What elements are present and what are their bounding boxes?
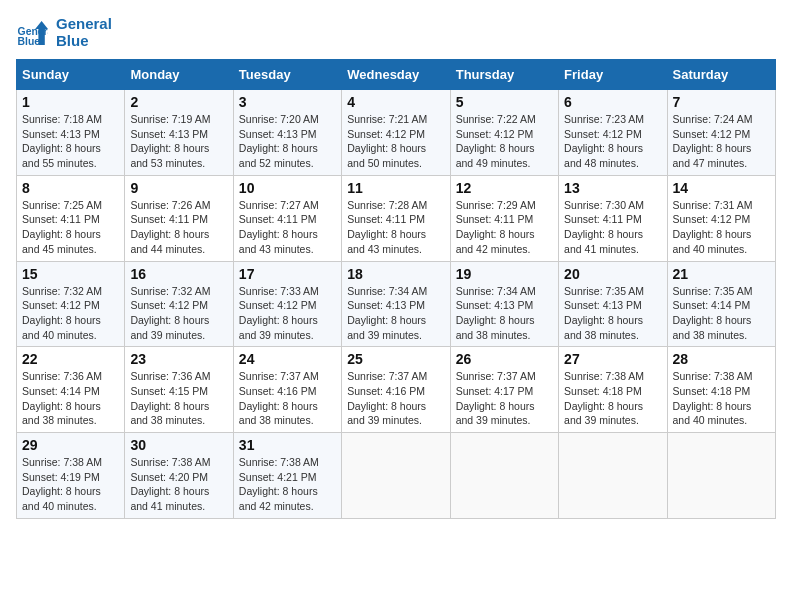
day-info: Sunrise: 7:25 AM Sunset: 4:11 PM Dayligh… <box>22 198 119 257</box>
calendar-cell: 2 Sunrise: 7:19 AM Sunset: 4:13 PM Dayli… <box>125 90 233 176</box>
day-info: Sunrise: 7:24 AM Sunset: 4:12 PM Dayligh… <box>673 112 770 171</box>
day-info: Sunrise: 7:20 AM Sunset: 4:13 PM Dayligh… <box>239 112 336 171</box>
calendar-cell <box>559 433 667 519</box>
calendar-cell: 14 Sunrise: 7:31 AM Sunset: 4:12 PM Dayl… <box>667 175 775 261</box>
calendar-cell: 8 Sunrise: 7:25 AM Sunset: 4:11 PM Dayli… <box>17 175 125 261</box>
calendar-cell: 29 Sunrise: 7:38 AM Sunset: 4:19 PM Dayl… <box>17 433 125 519</box>
day-info: Sunrise: 7:37 AM Sunset: 4:16 PM Dayligh… <box>347 369 444 428</box>
calendar-table: SundayMondayTuesdayWednesdayThursdayFrid… <box>16 59 776 519</box>
calendar-cell: 26 Sunrise: 7:37 AM Sunset: 4:17 PM Dayl… <box>450 347 558 433</box>
day-number: 16 <box>130 266 227 282</box>
day-number: 8 <box>22 180 119 196</box>
day-info: Sunrise: 7:27 AM Sunset: 4:11 PM Dayligh… <box>239 198 336 257</box>
calendar-cell: 1 Sunrise: 7:18 AM Sunset: 4:13 PM Dayli… <box>17 90 125 176</box>
day-number: 23 <box>130 351 227 367</box>
calendar-cell: 20 Sunrise: 7:35 AM Sunset: 4:13 PM Dayl… <box>559 261 667 347</box>
day-number: 17 <box>239 266 336 282</box>
logo-text-blue: Blue <box>56 33 112 50</box>
calendar-cell: 31 Sunrise: 7:38 AM Sunset: 4:21 PM Dayl… <box>233 433 341 519</box>
header: General Blue General Blue <box>16 16 776 49</box>
calendar-cell: 17 Sunrise: 7:33 AM Sunset: 4:12 PM Dayl… <box>233 261 341 347</box>
col-header-sunday: Sunday <box>17 60 125 90</box>
day-info: Sunrise: 7:34 AM Sunset: 4:13 PM Dayligh… <box>347 284 444 343</box>
day-number: 31 <box>239 437 336 453</box>
day-info: Sunrise: 7:37 AM Sunset: 4:16 PM Dayligh… <box>239 369 336 428</box>
day-info: Sunrise: 7:18 AM Sunset: 4:13 PM Dayligh… <box>22 112 119 171</box>
calendar-cell: 25 Sunrise: 7:37 AM Sunset: 4:16 PM Dayl… <box>342 347 450 433</box>
day-info: Sunrise: 7:23 AM Sunset: 4:12 PM Dayligh… <box>564 112 661 171</box>
day-number: 11 <box>347 180 444 196</box>
logo-text-general: General <box>56 16 112 33</box>
calendar-cell: 13 Sunrise: 7:30 AM Sunset: 4:11 PM Dayl… <box>559 175 667 261</box>
day-number: 28 <box>673 351 770 367</box>
day-number: 1 <box>22 94 119 110</box>
day-info: Sunrise: 7:38 AM Sunset: 4:21 PM Dayligh… <box>239 455 336 514</box>
calendar-cell: 21 Sunrise: 7:35 AM Sunset: 4:14 PM Dayl… <box>667 261 775 347</box>
calendar-cell: 7 Sunrise: 7:24 AM Sunset: 4:12 PM Dayli… <box>667 90 775 176</box>
day-info: Sunrise: 7:19 AM Sunset: 4:13 PM Dayligh… <box>130 112 227 171</box>
calendar-cell: 22 Sunrise: 7:36 AM Sunset: 4:14 PM Dayl… <box>17 347 125 433</box>
day-info: Sunrise: 7:38 AM Sunset: 4:18 PM Dayligh… <box>673 369 770 428</box>
day-number: 9 <box>130 180 227 196</box>
calendar-cell: 24 Sunrise: 7:37 AM Sunset: 4:16 PM Dayl… <box>233 347 341 433</box>
day-number: 4 <box>347 94 444 110</box>
logo-icon: General Blue <box>16 17 48 49</box>
calendar-cell: 30 Sunrise: 7:38 AM Sunset: 4:20 PM Dayl… <box>125 433 233 519</box>
col-header-wednesday: Wednesday <box>342 60 450 90</box>
logo: General Blue General Blue <box>16 16 112 49</box>
day-info: Sunrise: 7:35 AM Sunset: 4:14 PM Dayligh… <box>673 284 770 343</box>
day-number: 30 <box>130 437 227 453</box>
day-number: 19 <box>456 266 553 282</box>
col-header-thursday: Thursday <box>450 60 558 90</box>
day-number: 14 <box>673 180 770 196</box>
day-info: Sunrise: 7:38 AM Sunset: 4:18 PM Dayligh… <box>564 369 661 428</box>
day-info: Sunrise: 7:28 AM Sunset: 4:11 PM Dayligh… <box>347 198 444 257</box>
day-number: 7 <box>673 94 770 110</box>
calendar-cell: 11 Sunrise: 7:28 AM Sunset: 4:11 PM Dayl… <box>342 175 450 261</box>
day-info: Sunrise: 7:34 AM Sunset: 4:13 PM Dayligh… <box>456 284 553 343</box>
day-number: 13 <box>564 180 661 196</box>
calendar-cell: 28 Sunrise: 7:38 AM Sunset: 4:18 PM Dayl… <box>667 347 775 433</box>
calendar-cell <box>667 433 775 519</box>
col-header-friday: Friday <box>559 60 667 90</box>
day-info: Sunrise: 7:21 AM Sunset: 4:12 PM Dayligh… <box>347 112 444 171</box>
day-number: 3 <box>239 94 336 110</box>
day-info: Sunrise: 7:37 AM Sunset: 4:17 PM Dayligh… <box>456 369 553 428</box>
calendar-cell: 5 Sunrise: 7:22 AM Sunset: 4:12 PM Dayli… <box>450 90 558 176</box>
calendar-cell: 15 Sunrise: 7:32 AM Sunset: 4:12 PM Dayl… <box>17 261 125 347</box>
day-info: Sunrise: 7:36 AM Sunset: 4:15 PM Dayligh… <box>130 369 227 428</box>
day-info: Sunrise: 7:31 AM Sunset: 4:12 PM Dayligh… <box>673 198 770 257</box>
day-info: Sunrise: 7:38 AM Sunset: 4:20 PM Dayligh… <box>130 455 227 514</box>
day-info: Sunrise: 7:32 AM Sunset: 4:12 PM Dayligh… <box>130 284 227 343</box>
day-number: 5 <box>456 94 553 110</box>
day-number: 10 <box>239 180 336 196</box>
day-info: Sunrise: 7:36 AM Sunset: 4:14 PM Dayligh… <box>22 369 119 428</box>
col-header-monday: Monday <box>125 60 233 90</box>
day-number: 21 <box>673 266 770 282</box>
day-number: 20 <box>564 266 661 282</box>
svg-text:Blue: Blue <box>18 36 41 47</box>
day-info: Sunrise: 7:22 AM Sunset: 4:12 PM Dayligh… <box>456 112 553 171</box>
day-number: 24 <box>239 351 336 367</box>
calendar-cell: 18 Sunrise: 7:34 AM Sunset: 4:13 PM Dayl… <box>342 261 450 347</box>
day-info: Sunrise: 7:26 AM Sunset: 4:11 PM Dayligh… <box>130 198 227 257</box>
day-number: 26 <box>456 351 553 367</box>
calendar-cell: 10 Sunrise: 7:27 AM Sunset: 4:11 PM Dayl… <box>233 175 341 261</box>
day-info: Sunrise: 7:35 AM Sunset: 4:13 PM Dayligh… <box>564 284 661 343</box>
calendar-cell: 23 Sunrise: 7:36 AM Sunset: 4:15 PM Dayl… <box>125 347 233 433</box>
day-number: 29 <box>22 437 119 453</box>
calendar-cell: 6 Sunrise: 7:23 AM Sunset: 4:12 PM Dayli… <box>559 90 667 176</box>
calendar-cell: 19 Sunrise: 7:34 AM Sunset: 4:13 PM Dayl… <box>450 261 558 347</box>
col-header-saturday: Saturday <box>667 60 775 90</box>
calendar-cell: 9 Sunrise: 7:26 AM Sunset: 4:11 PM Dayli… <box>125 175 233 261</box>
calendar-cell: 27 Sunrise: 7:38 AM Sunset: 4:18 PM Dayl… <box>559 347 667 433</box>
day-info: Sunrise: 7:30 AM Sunset: 4:11 PM Dayligh… <box>564 198 661 257</box>
day-info: Sunrise: 7:29 AM Sunset: 4:11 PM Dayligh… <box>456 198 553 257</box>
day-number: 12 <box>456 180 553 196</box>
day-number: 27 <box>564 351 661 367</box>
day-number: 2 <box>130 94 227 110</box>
day-info: Sunrise: 7:38 AM Sunset: 4:19 PM Dayligh… <box>22 455 119 514</box>
calendar-cell: 12 Sunrise: 7:29 AM Sunset: 4:11 PM Dayl… <box>450 175 558 261</box>
calendar-cell <box>342 433 450 519</box>
day-number: 22 <box>22 351 119 367</box>
